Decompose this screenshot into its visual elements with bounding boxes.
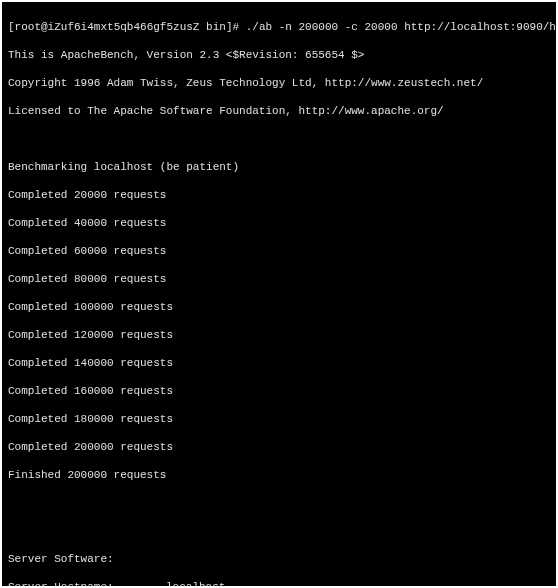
command-text: ./ab -n 200000 -c 20000 http://localhost…	[246, 21, 556, 33]
benchmarking-line: Benchmarking localhost (be patient)	[8, 160, 550, 174]
progress-line: Completed 140000 requests	[8, 356, 550, 370]
value: localhost	[166, 580, 225, 586]
progress-line: Completed 200000 requests	[8, 440, 550, 454]
user-host: root@iZuf6i4mxt5qb466gf5zusZ	[15, 21, 200, 33]
label: Server Software:	[8, 552, 166, 566]
label: Server Hostname:	[8, 580, 166, 586]
progress-line: Completed 160000 requests	[8, 384, 550, 398]
server-hostname: Server Hostname:localhost	[8, 580, 550, 586]
blank	[8, 132, 550, 146]
cwd: bin	[206, 21, 226, 33]
progress-line: Completed 180000 requests	[8, 412, 550, 426]
progress-line: Completed 60000 requests	[8, 244, 550, 258]
progress-line: Completed 80000 requests	[8, 272, 550, 286]
ab-copyright: Copyright 1996 Adam Twiss, Zeus Technolo…	[8, 76, 550, 90]
prompt-line: [root@iZuf6i4mxt5qb466gf5zusZ bin]# ./ab…	[8, 20, 550, 34]
prompt-symbol: #	[232, 21, 239, 33]
progress-line: Completed 120000 requests	[8, 328, 550, 342]
blank	[8, 496, 550, 510]
progress-line: Completed 100000 requests	[8, 300, 550, 314]
progress-line: Completed 40000 requests	[8, 216, 550, 230]
blank	[8, 524, 550, 538]
progress-line: Completed 20000 requests	[8, 188, 550, 202]
server-software: Server Software:	[8, 552, 550, 566]
ab-version: This is ApacheBench, Version 2.3 <$Revis…	[8, 48, 550, 62]
ab-license: Licensed to The Apache Software Foundati…	[8, 104, 550, 118]
terminal-output[interactable]: [root@iZuf6i4mxt5qb466gf5zusZ bin]# ./ab…	[2, 2, 556, 586]
progress-line: Finished 200000 requests	[8, 468, 550, 482]
